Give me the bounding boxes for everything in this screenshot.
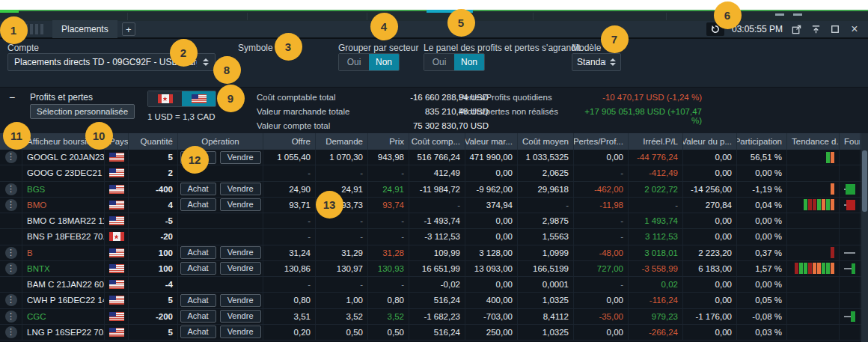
- operation-cell: [178, 277, 263, 292]
- buy-button[interactable]: Achat: [180, 326, 216, 338]
- fx-rate: 1 USD = 1,3 CAD: [147, 112, 215, 121]
- price-cell: -: [368, 229, 409, 244]
- buy-button[interactable]: Achat: [180, 262, 216, 275]
- average-cost: 8,4112: [543, 312, 569, 321]
- quantity-cell: 100: [129, 261, 178, 276]
- sell-button[interactable]: Vendre: [220, 183, 261, 195]
- daily-pl: -: [620, 168, 623, 177]
- symbol-cell[interactable]: BNS P 18FEB22 70.00: [22, 229, 105, 244]
- row-menu-button[interactable]: ⋮: [5, 294, 17, 306]
- price: 943,98: [378, 153, 404, 162]
- column-header-prix[interactable]: Prix: [368, 133, 409, 150]
- model-select[interactable]: Standard: [572, 53, 621, 71]
- pnl-expand-yes[interactable]: Oui: [424, 54, 454, 70]
- custom-selection-button[interactable]: Sélection personnalisée: [30, 104, 135, 119]
- column-header-valeur-mar-[interactable]: Valeur mar...: [465, 133, 518, 150]
- column-header-valeur-du-p-[interactable]: Valeur du p...: [683, 133, 737, 150]
- sell-button[interactable]: Vendre: [220, 262, 261, 275]
- group-by-sector-no[interactable]: Non: [369, 54, 399, 70]
- participation: 0,00 %: [755, 232, 782, 241]
- ask: 31,29: [341, 248, 363, 257]
- book-cost: 109,99: [434, 248, 460, 257]
- row-menu-button[interactable]: ⋮: [5, 183, 17, 195]
- column-header-co-t-moyen[interactable]: Coût moyen: [518, 133, 574, 150]
- price-cell: 943,98: [368, 150, 409, 165]
- unrealized-pl-cell: -412,49: [629, 165, 683, 180]
- table-row: ⋮B100AchatVendre31,2431,2931,28109,993 1…: [0, 245, 868, 261]
- buy-button[interactable]: Achat: [180, 198, 216, 211]
- tab-placements[interactable]: Placements: [52, 20, 117, 38]
- maximize-icon[interactable]: [829, 23, 841, 35]
- column-header-irr-el-p-l[interactable]: Irréel.P/L: [629, 133, 683, 150]
- buy-button[interactable]: Achat: [180, 310, 216, 323]
- table-row: BNS P 18FEB22 70.00-20----3 112,530,001,…: [0, 229, 868, 245]
- currency-usd-option[interactable]: [182, 91, 216, 106]
- sell-button[interactable]: Vendre: [220, 198, 261, 211]
- column-header-four-[interactable]: Four...: [840, 133, 861, 150]
- open-in-new-window-icon[interactable]: [790, 23, 802, 35]
- row-menu-button[interactable]: ⋮: [5, 326, 17, 338]
- us-flag-icon: [109, 185, 124, 194]
- pnl-expand-no[interactable]: Non: [454, 54, 484, 70]
- symbol-cell[interactable]: BGS: [22, 182, 105, 197]
- column-header-offre[interactable]: Offre: [263, 133, 316, 150]
- symbol-cell[interactable]: BMO C 18MAR22 115: [22, 213, 105, 228]
- average-cost: 2,0625: [542, 168, 569, 177]
- drag-handle-icon[interactable]: [25, 24, 43, 34]
- vertical-scrollbar[interactable]: [861, 133, 868, 342]
- symbol-cell[interactable]: GOOG C 23DEC21 316: [22, 165, 105, 180]
- column-header-tendance-d-[interactable]: Tendance d...: [787, 133, 840, 150]
- symbol-cell[interactable]: CGC: [22, 309, 105, 324]
- operation-cell: AchatVendre: [178, 293, 263, 308]
- country-cell: [105, 165, 129, 180]
- market-value: 3 128,00: [479, 248, 513, 257]
- market-value: -9 962,00: [476, 185, 513, 194]
- sell-button[interactable]: Vendre: [220, 294, 261, 307]
- symbol-cell[interactable]: B: [22, 245, 105, 260]
- row-menu-button[interactable]: ⋮: [5, 247, 17, 259]
- table-header: Afficheur boursie...PaysQuantitéOpératio…: [0, 133, 868, 150]
- sell-button[interactable]: Vendre: [220, 151, 261, 164]
- market-value: 0,00: [496, 232, 513, 241]
- ask-cell: 130,97: [316, 261, 368, 276]
- scrollbar-thumb[interactable]: [862, 150, 867, 212]
- buy-button[interactable]: Achat: [180, 183, 216, 195]
- symbol-cell[interactable]: LNG P 16SEP22 70.00: [22, 325, 105, 340]
- price: -: [401, 232, 404, 241]
- column-header-quantit-[interactable]: Quantité: [129, 133, 178, 150]
- quantity-cell: -200: [129, 309, 178, 324]
- buy-button[interactable]: Achat: [180, 246, 216, 259]
- sell-button[interactable]: Vendre: [220, 246, 261, 259]
- symbol-cell[interactable]: GOOGL C 20JAN23 12: [22, 150, 105, 165]
- us-flag-icon: [109, 153, 124, 162]
- collapse-panel-icon[interactable]: −: [9, 91, 15, 103]
- sell-button[interactable]: Vendre: [220, 326, 261, 338]
- close-icon[interactable]: ×: [849, 23, 861, 35]
- column-header-participation[interactable]: Participation: [737, 133, 787, 150]
- row-menu-button[interactable]: ⋮: [5, 199, 17, 211]
- column-header-demande[interactable]: Demande: [316, 133, 368, 150]
- buy-button[interactable]: Achat: [180, 294, 216, 307]
- group-by-sector-yes[interactable]: Oui: [339, 54, 369, 70]
- sell-button[interactable]: Vendre: [220, 310, 261, 323]
- daily-pl: 727,00: [597, 264, 623, 273]
- book-cost: -1 493,74: [424, 216, 460, 225]
- participation-cell: 0,04 %: [737, 198, 787, 213]
- ask: -: [360, 216, 363, 225]
- unrealized-pl-cell: -44 776,24: [629, 150, 683, 165]
- row-menu-button[interactable]: ⋮: [5, 263, 17, 275]
- model-label: Modèle: [572, 43, 601, 53]
- symbol-cell[interactable]: BNTX: [22, 261, 105, 276]
- currency-cad-option[interactable]: [148, 91, 182, 106]
- row-menu-button[interactable]: ⋮: [5, 151, 17, 163]
- column-header-co-t-comp-[interactable]: Coût comp...: [409, 133, 465, 150]
- symbol-cell[interactable]: CWH P 16DEC22 14.00: [22, 293, 105, 308]
- new-tab-button[interactable]: +: [122, 22, 135, 36]
- market-value: 13 093,00: [474, 264, 513, 273]
- symbol-cell[interactable]: BMO: [22, 198, 105, 213]
- average-cost: -: [566, 201, 569, 210]
- row-menu-button[interactable]: ⋮: [5, 311, 17, 323]
- symbol-cell[interactable]: BAM C 21JAN22 60.00: [22, 277, 105, 292]
- column-header-pertes-prof-[interactable]: Pertes/Prof...: [574, 133, 629, 150]
- dock-to-top-icon[interactable]: [810, 23, 822, 35]
